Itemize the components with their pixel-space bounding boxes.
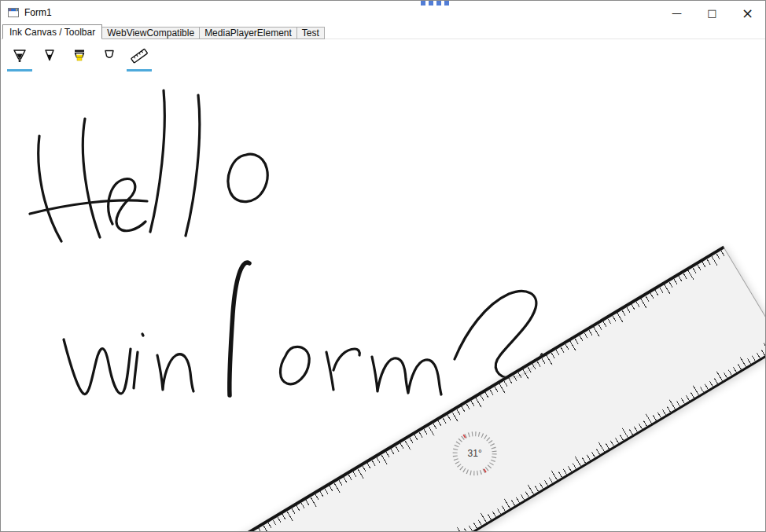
title-bar[interactable]: Form1 — □ × bbox=[1, 1, 765, 24]
app-icon bbox=[7, 6, 20, 19]
ink-toolbar bbox=[5, 41, 154, 72]
tab-test[interactable]: Test bbox=[296, 27, 325, 39]
ruler-button[interactable] bbox=[124, 41, 154, 72]
app-window: Form1 — □ × Ink Canvas / Toolbar WebView… bbox=[0, 0, 766, 532]
ink-word-winforms bbox=[64, 262, 542, 395]
tab-mediaplayerelement[interactable]: MediaPlayerElement bbox=[199, 27, 297, 39]
close-button[interactable]: × bbox=[730, 1, 765, 24]
eraser-icon bbox=[100, 46, 119, 68]
ruler-protractor: 31° bbox=[451, 430, 499, 477]
clipped-text-artifact bbox=[421, 1, 451, 6]
window-title: Form1 bbox=[24, 7, 52, 18]
minimize-button[interactable]: — bbox=[659, 1, 694, 24]
ink-word-hello bbox=[30, 90, 267, 241]
ballpoint-pen-icon bbox=[10, 46, 29, 68]
highlighter-button[interactable] bbox=[64, 41, 94, 72]
ruler-icon bbox=[130, 46, 149, 68]
eraser-button[interactable] bbox=[94, 41, 124, 72]
maximize-button[interactable]: □ bbox=[694, 1, 730, 24]
tab-strip: Ink Canvas / Toolbar WebViewCompatible M… bbox=[2, 25, 765, 39]
ruler-angle-label: 31° bbox=[451, 430, 499, 477]
tab-webviewcompatible[interactable]: WebViewCompatible bbox=[101, 27, 200, 39]
tab-ink-canvas-toolbar[interactable]: Ink Canvas / Toolbar bbox=[2, 24, 102, 39]
highlighter-icon bbox=[70, 46, 89, 68]
pencil-icon bbox=[40, 46, 59, 68]
ballpoint-pen-button[interactable] bbox=[5, 41, 35, 72]
pencil-button[interactable] bbox=[35, 41, 64, 72]
caption-buttons: — □ × bbox=[659, 1, 765, 24]
